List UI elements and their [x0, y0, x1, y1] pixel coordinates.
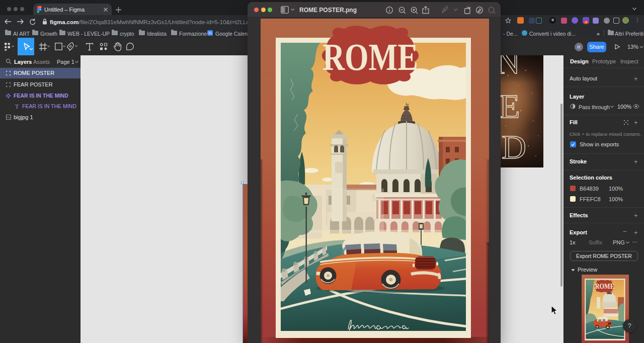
svg-text:N: N: [501, 55, 520, 81]
svg-text:D: D: [502, 128, 526, 166]
svg-text:E: E: [501, 87, 520, 125]
svg-text:ROME: ROME: [323, 36, 418, 78]
